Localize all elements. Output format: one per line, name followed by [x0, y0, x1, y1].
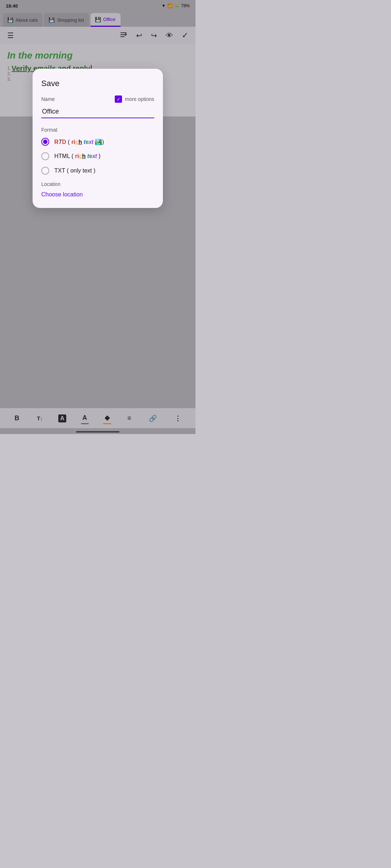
html-h: h — [82, 153, 86, 159]
name-input[interactable] — [41, 106, 154, 118]
location-label: Location — [41, 181, 154, 187]
rtd-c: c — [75, 139, 79, 145]
more-options-row[interactable]: ✓ more options — [115, 95, 154, 103]
format-html-label: HTML ( rich text ) — [54, 153, 100, 159]
name-row: Name ✓ more options — [41, 95, 154, 103]
modal-overlay: Save Name ✓ more options Format RTD ( ri… — [0, 0, 196, 434]
html-ri: ri — [75, 153, 79, 159]
rtd-x: xt — [89, 139, 93, 145]
html-e: e — [89, 153, 92, 159]
html-c: c — [79, 153, 82, 159]
choose-location-button[interactable]: Choose location — [41, 191, 83, 198]
location-section: Location Choose location — [41, 181, 154, 198]
format-rtd-option[interactable]: RTD ( rich text 🏞️) — [41, 138, 154, 146]
format-txt-radio[interactable] — [41, 167, 49, 175]
format-label: Format — [41, 127, 154, 133]
format-txt-label: TXT ( only text ) — [54, 167, 96, 174]
format-txt-option[interactable]: TXT ( only text ) — [41, 167, 154, 175]
rtd-ri: ri — [71, 139, 75, 145]
rtd-t: T — [59, 139, 62, 145]
format-html-radio[interactable] — [41, 152, 49, 160]
rtd-e: e — [85, 139, 89, 145]
name-label: Name — [41, 96, 55, 102]
format-html-option[interactable]: HTML ( rich text ) — [41, 152, 154, 160]
save-dialog: Save Name ✓ more options Format RTD ( ri… — [33, 69, 163, 208]
more-options-label: more options — [125, 96, 154, 102]
rtd-i: D — [62, 139, 66, 145]
format-rtd-radio-inner — [43, 140, 47, 144]
html-x: xt — [92, 153, 97, 159]
rtd-h: h — [79, 139, 82, 145]
dialog-title: Save — [41, 79, 154, 88]
format-rtd-radio[interactable] — [41, 138, 49, 146]
rtd-r: R — [54, 139, 59, 145]
more-options-checkbox[interactable]: ✓ — [115, 95, 122, 103]
format-rtd-label: RTD ( rich text 🏞️) — [54, 139, 104, 145]
